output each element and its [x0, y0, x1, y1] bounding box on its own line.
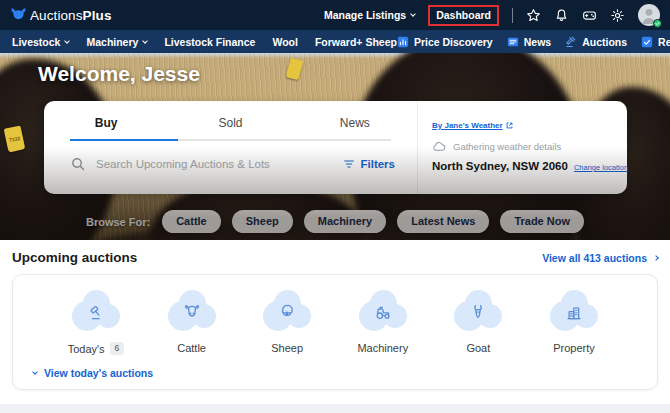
chevron-down-icon	[143, 38, 149, 44]
top-header: AuctionsPlus Manage Listings Dashboard	[0, 0, 670, 30]
browse-pill-cattle[interactable]: Cattle	[162, 210, 221, 233]
external-link-icon	[506, 122, 513, 129]
chart-icon	[397, 36, 409, 48]
ear-tag	[286, 58, 304, 81]
manage-listings-menu[interactable]: Manage Listings	[324, 9, 415, 21]
category-sheep[interactable]: Sheep	[244, 290, 330, 355]
nav-item-livestock-finance[interactable]: Livestock Finance	[164, 36, 255, 48]
nav-item-results[interactable]: Results	[641, 36, 670, 48]
filters-button[interactable]: Filters	[343, 158, 395, 170]
browse-for-label: Browse For:	[86, 216, 150, 228]
category-cattle[interactable]: Cattle	[149, 290, 235, 355]
chevron-down-icon	[410, 11, 416, 17]
section-title: Upcoming auctions	[12, 250, 137, 265]
brand-logo[interactable]: AuctionsPlus	[10, 7, 112, 24]
upcoming-auctions-section: Upcoming auctions View all 413 auctions …	[0, 240, 670, 404]
browse-pill-machinery[interactable]: Machinery	[304, 210, 386, 233]
weather-source-link[interactable]: By Jane's Weather	[432, 121, 513, 130]
results-icon	[641, 36, 653, 48]
category-machinery[interactable]: Machinery	[340, 290, 426, 355]
category-property[interactable]: Property	[531, 290, 617, 355]
tab-news[interactable]: News	[293, 116, 417, 130]
tractor-icon	[357, 290, 409, 334]
news-icon	[507, 36, 519, 48]
nav-item-forward-sheep[interactable]: Forward+ Sheep	[315, 36, 397, 48]
search-icon	[70, 156, 86, 172]
page-background	[0, 404, 670, 413]
tab-buy[interactable]: Buy	[44, 116, 168, 130]
view-all-auctions-link[interactable]: View all 413 auctions	[542, 252, 658, 264]
weather-location: North Sydney, NSW 2060	[432, 160, 568, 172]
header-divider	[512, 8, 513, 23]
auction-categories-card: Today's 6 Cattle Sheep	[12, 274, 658, 390]
filter-icon	[343, 158, 355, 170]
nav-item-price-discovery[interactable]: Price Discovery	[397, 36, 493, 48]
gamepad-icon[interactable]	[582, 8, 597, 23]
todays-count-badge: 6	[110, 342, 125, 355]
browse-pill-sheep[interactable]: Sheep	[232, 210, 293, 233]
online-status-badge	[653, 19, 662, 28]
browse-pill-latest-news[interactable]: Latest News	[397, 210, 489, 233]
main-nav: Livestock Machinery Livestock Finance Wo…	[0, 30, 670, 53]
gavel-icon	[565, 36, 577, 48]
nav-item-auctions[interactable]: Auctions	[565, 36, 627, 48]
gear-icon[interactable]	[610, 8, 625, 23]
view-todays-auctions-link[interactable]: View today's auctions	[33, 367, 153, 379]
chevron-right-icon	[653, 255, 659, 261]
change-location-link[interactable]: Change location	[574, 163, 628, 172]
brand-name: AuctionsPlus	[30, 8, 112, 23]
cloud-icon	[432, 140, 447, 152]
auctionsplus-dashboard: AuctionsPlus Manage Listings Dashboard	[0, 0, 670, 413]
nav-item-news[interactable]: News	[507, 36, 551, 48]
weather-panel: By Jane's Weather Gathering weather deta…	[417, 101, 627, 194]
cattle-icon	[166, 290, 218, 334]
search-card-left: Buy Sold News Filters	[44, 101, 417, 194]
browse-for-row: Browse For: Cattle Sheep Machinery Lates…	[0, 210, 670, 233]
chevron-down-icon	[65, 38, 71, 44]
goat-icon	[452, 290, 504, 334]
tab-sold[interactable]: Sold	[168, 116, 292, 130]
search-card: Buy Sold News Filters	[44, 101, 627, 194]
nav-item-livestock[interactable]: Livestock	[12, 36, 69, 48]
bull-logo-icon	[10, 7, 27, 24]
category-todays[interactable]: Today's 6	[53, 290, 139, 355]
browse-pill-trade-now[interactable]: Trade Now	[500, 210, 584, 233]
hero-banner: 7132 Welcome, Jesse Buy Sold News	[0, 53, 670, 240]
avatar[interactable]	[638, 4, 660, 26]
star-icon[interactable]	[526, 8, 541, 23]
gavel-icon	[70, 290, 122, 334]
bell-icon[interactable]	[554, 8, 569, 23]
nav-item-wool[interactable]: Wool	[272, 36, 297, 48]
tab-underline-track	[70, 139, 391, 141]
nav-item-machinery[interactable]: Machinery	[86, 36, 147, 48]
welcome-title: Welcome, Jesse	[38, 62, 200, 86]
dashboard-link[interactable]: Dashboard	[428, 5, 499, 26]
sheep-icon	[261, 290, 313, 334]
building-icon	[548, 290, 600, 334]
weather-status: Gathering weather details	[453, 141, 561, 152]
category-goat[interactable]: Goat	[435, 290, 521, 355]
search-input[interactable]	[96, 158, 333, 170]
active-tab-underline	[70, 139, 178, 141]
chevron-down-icon	[32, 369, 38, 375]
